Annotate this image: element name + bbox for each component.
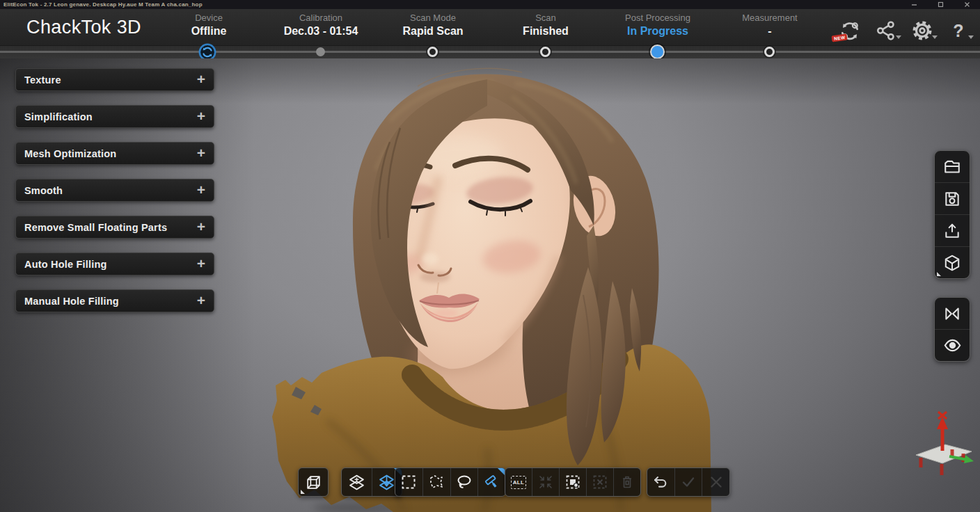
wireframe-box-icon — [305, 474, 322, 491]
post-processing-dot[interactable] — [650, 45, 665, 59]
lasso-select-button[interactable] — [451, 468, 479, 496]
lasso-select-icon — [456, 474, 473, 490]
post-processing-panel: Texture + Simplification + Mesh Optimiza… — [15, 68, 214, 326]
paint-select-button[interactable] — [478, 468, 505, 496]
app-window: { "titlebar": { "text": "ElitEcon Tok - … — [0, 0, 980, 512]
polygon-select-button[interactable] — [423, 468, 451, 496]
expand-plus-icon[interactable]: + — [197, 145, 205, 160]
header-icon-cluster: NEW ? — [837, 18, 972, 43]
selection-tools-group — [395, 467, 506, 497]
view-toolbar — [934, 297, 970, 362]
expand-plus-icon[interactable]: + — [197, 219, 205, 234]
minimize-icon[interactable] — [910, 1, 917, 8]
visibility-button[interactable] — [935, 330, 970, 361]
workflow-progress-bar — [0, 46, 980, 59]
stage-label: Measurement — [700, 13, 839, 23]
stage-value: - — [700, 25, 839, 38]
apply-button[interactable] — [675, 468, 703, 496]
expand-plus-icon[interactable]: + — [197, 72, 205, 86]
undo-button[interactable] — [647, 468, 675, 496]
maximize-icon[interactable] — [937, 1, 944, 8]
sidebar-item-smooth[interactable]: Smooth + — [15, 179, 214, 202]
expand-plus-icon[interactable]: + — [197, 109, 205, 123]
selection-mode-group — [341, 467, 402, 497]
invert-selection-button[interactable] — [560, 468, 587, 496]
flyout-corner-icon — [937, 272, 941, 276]
polygon-select-icon — [428, 474, 445, 490]
deselect-all-button[interactable] — [532, 468, 560, 496]
upload-icon — [943, 222, 961, 240]
update-icon[interactable]: NEW — [837, 18, 863, 43]
delete-x-icon — [592, 474, 608, 490]
chevron-down-icon — [968, 35, 974, 39]
expand-plus-icon[interactable]: + — [197, 293, 205, 307]
flyout-corner-icon — [301, 490, 305, 494]
view-box-group — [298, 467, 329, 497]
close-icon[interactable] — [963, 1, 970, 8]
select-all-button[interactable]: ALL — [505, 468, 532, 496]
app-logo: ChackTok 3D — [26, 17, 141, 38]
folder-icon — [943, 158, 961, 176]
cube-icon — [943, 254, 961, 272]
stage-measurement: Measurement - — [700, 13, 839, 38]
chevron-down-icon — [896, 35, 901, 39]
view-box-button[interactable] — [299, 468, 328, 496]
sidebar-item-manual-hole-filling[interactable]: Manual Hole Filling + — [15, 289, 214, 312]
paint-brush-icon — [484, 474, 500, 490]
axis-gizmo[interactable] — [909, 410, 976, 494]
sidebar-item-texture[interactable]: Texture + — [15, 68, 214, 91]
expand-plus-icon[interactable]: + — [197, 182, 205, 197]
save-project-button[interactable] — [935, 183, 970, 215]
collapse-arrows-icon — [537, 474, 554, 490]
delete-selection-button[interactable] — [587, 468, 614, 496]
cancel-button[interactable] — [702, 468, 729, 496]
scan-dot[interactable] — [540, 47, 551, 57]
rectangle-select-button[interactable] — [395, 468, 423, 496]
window-titlebar[interactable]: ElitEcon Tok - 2.7 Leon genave. Deskcap … — [0, 0, 980, 9]
sidebar-item-auto-hole-filling[interactable]: Auto Hole Filling + — [15, 253, 214, 275]
share-icon[interactable] — [873, 18, 899, 43]
sidebar-item-mesh-optimization[interactable]: Mesh Optimization + — [15, 142, 214, 165]
chevron-down-icon — [932, 35, 938, 39]
mirror-view-button[interactable] — [935, 298, 970, 330]
model-display-mode-button[interactable] — [935, 247, 970, 278]
layers-visible-icon — [378, 474, 395, 491]
undo-icon — [652, 474, 669, 490]
selection-ops-group: ALL — [505, 467, 641, 497]
expand-plus-icon[interactable]: + — [197, 256, 205, 271]
edit-actions-group — [647, 467, 730, 497]
scan-mode-dot[interactable] — [427, 47, 438, 57]
select-all-icon: ALL — [511, 476, 526, 489]
sidebar-item-simplification[interactable]: Simplification + — [15, 105, 214, 128]
help-icon[interactable]: ? — [945, 18, 972, 43]
axis-gizmo-graphic — [909, 410, 976, 494]
invert-selection-icon — [564, 474, 581, 490]
settings-gear-icon[interactable] — [909, 18, 935, 43]
measurement-dot[interactable] — [764, 47, 775, 57]
mirror-icon — [943, 305, 961, 323]
window-controls — [910, 1, 970, 8]
progress-line — [0, 51, 980, 53]
app-header: ChackTok 3D Device Offline Calibration D… — [0, 9, 980, 46]
rectangle-select-icon — [400, 474, 417, 490]
eye-icon — [943, 336, 962, 355]
trash-icon — [619, 474, 635, 490]
calibration-dot[interactable] — [316, 47, 325, 56]
check-icon — [680, 474, 697, 490]
delete-key-button[interactable] — [614, 468, 640, 496]
file-toolbar — [934, 150, 970, 279]
export-model-button[interactable] — [935, 215, 970, 247]
save-icon — [943, 190, 961, 208]
layers-icon — [348, 474, 365, 491]
x-icon — [708, 474, 725, 490]
open-project-button[interactable] — [935, 151, 970, 183]
window-title-text: ElitEcon Tok - 2.7 Leon genave. Deskcap … — [3, 1, 203, 8]
select-through-layers-button[interactable] — [342, 468, 372, 496]
sidebar-item-remove-small-floating-parts[interactable]: Remove Small Floating Parts + — [15, 216, 214, 239]
